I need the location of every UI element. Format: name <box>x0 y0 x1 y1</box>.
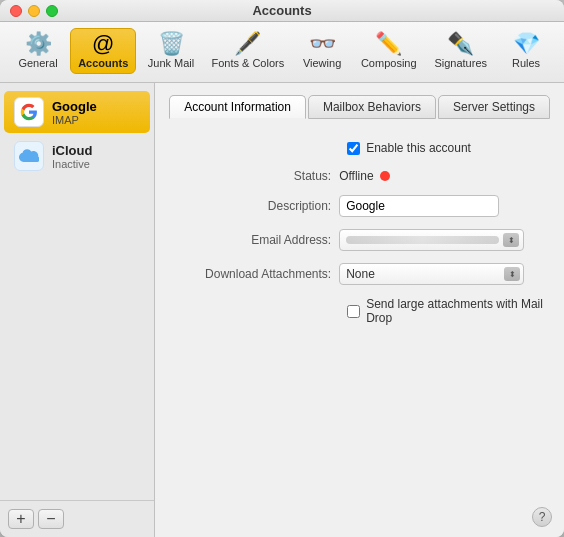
tab-server-settings[interactable]: Server Settings <box>438 95 550 119</box>
window-controls <box>10 5 58 17</box>
email-select-arrow <box>503 233 519 247</box>
toolbar-item-fonts-colors[interactable]: 🖋️ Fonts & Colors <box>206 29 290 73</box>
icloud-account-type: Inactive <box>52 158 92 170</box>
download-label: Download Attachments: <box>169 267 339 281</box>
icloud-account-info: iCloud Inactive <box>52 143 92 170</box>
close-button[interactable] <box>10 5 22 17</box>
toolbar-item-viewing[interactable]: 👓 Viewing <box>294 29 350 73</box>
toolbar-item-composing[interactable]: ✏️ Composing <box>354 29 423 73</box>
sidebar-footer: + − <box>0 500 154 537</box>
enable-account-row: Enable this account <box>169 141 550 155</box>
window-title: Accounts <box>252 3 311 18</box>
toolbar-label-rules: Rules <box>512 57 540 69</box>
status-row: Status: Offline <box>169 169 550 183</box>
google-account-type: IMAP <box>52 114 97 126</box>
viewing-icon: 👓 <box>309 33 336 55</box>
rules-icon: 💎 <box>513 33 540 55</box>
status-value: Offline <box>339 169 389 183</box>
toolbar: ⚙️ General @ Accounts 🗑️ Junk Mail 🖋️ Fo… <box>0 22 564 83</box>
toolbar-item-accounts[interactable]: @ Accounts <box>70 28 136 74</box>
add-account-button[interactable]: + <box>8 509 34 529</box>
enable-account-checkbox[interactable] <box>347 142 360 155</box>
sidebar: Google IMAP iCloud Inactive + <box>0 83 155 537</box>
toolbar-label-accounts: Accounts <box>78 57 128 69</box>
sidebar-item-google[interactable]: Google IMAP <box>4 91 150 133</box>
fonts-colors-icon: 🖋️ <box>234 33 261 55</box>
tab-mailbox-behaviors[interactable]: Mailbox Behaviors <box>308 95 436 119</box>
description-label: Description: <box>169 199 339 213</box>
download-attachments-select[interactable]: None All Recent <box>339 263 524 285</box>
composing-icon: ✏️ <box>375 33 402 55</box>
mail-drop-checkbox[interactable] <box>347 305 360 318</box>
description-row: Description: <box>169 195 550 217</box>
download-select-wrapper: None All Recent <box>339 263 524 285</box>
google-account-icon <box>14 97 44 127</box>
toolbar-label-general: General <box>18 57 57 69</box>
toolbar-label-junk-mail: Junk Mail <box>148 57 194 69</box>
google-account-info: Google IMAP <box>52 99 97 126</box>
accounts-icon: @ <box>92 33 114 55</box>
tab-bar: Account Information Mailbox Behaviors Se… <box>169 95 550 119</box>
email-label: Email Address: <box>169 233 339 247</box>
email-select-wrapper <box>339 229 524 251</box>
remove-account-button[interactable]: − <box>38 509 64 529</box>
form-area: Enable this account Status: Offline Desc… <box>169 133 550 347</box>
status-text: Offline <box>339 169 373 183</box>
toolbar-label-viewing: Viewing <box>303 57 341 69</box>
main-content: Google IMAP iCloud Inactive + <box>0 83 564 537</box>
tab-account-information[interactable]: Account Information <box>169 95 306 119</box>
toolbar-item-general[interactable]: ⚙️ General <box>10 29 66 73</box>
toolbar-label-composing: Composing <box>361 57 417 69</box>
maximize-button[interactable] <box>46 5 58 17</box>
right-panel: Account Information Mailbox Behaviors Se… <box>155 83 564 537</box>
toolbar-item-signatures[interactable]: ✒️ Signatures <box>427 29 494 73</box>
icloud-account-name: iCloud <box>52 143 92 158</box>
signatures-icon: ✒️ <box>447 33 474 55</box>
window: Accounts ⚙️ General @ Accounts 🗑️ Junk M… <box>0 0 564 537</box>
toolbar-label-fonts-colors: Fonts & Colors <box>211 57 284 69</box>
download-row: Download Attachments: None All Recent <box>169 263 550 285</box>
general-icon: ⚙️ <box>25 33 52 55</box>
junk-mail-icon: 🗑️ <box>158 33 185 55</box>
google-account-name: Google <box>52 99 97 114</box>
email-row: Email Address: <box>169 229 550 251</box>
help-button[interactable]: ? <box>532 507 552 527</box>
icloud-account-icon <box>14 141 44 171</box>
email-display[interactable] <box>339 229 524 251</box>
status-label: Status: <box>169 169 339 183</box>
status-dot <box>380 171 390 181</box>
title-bar: Accounts <box>0 0 564 22</box>
toolbar-item-junk-mail[interactable]: 🗑️ Junk Mail <box>140 29 201 73</box>
mail-drop-row: Send large attachments with Mail Drop <box>169 297 550 325</box>
email-redacted <box>346 236 499 244</box>
mail-drop-label: Send large attachments with Mail Drop <box>366 297 550 325</box>
toolbar-item-rules[interactable]: 💎 Rules <box>498 29 554 73</box>
enable-account-label: Enable this account <box>366 141 471 155</box>
description-input[interactable] <box>339 195 499 217</box>
sidebar-item-icloud[interactable]: iCloud Inactive <box>4 135 150 177</box>
toolbar-label-signatures: Signatures <box>434 57 487 69</box>
minimize-button[interactable] <box>28 5 40 17</box>
